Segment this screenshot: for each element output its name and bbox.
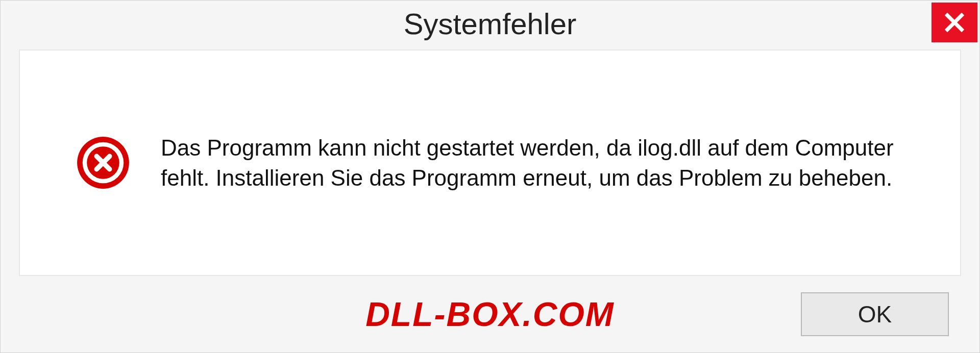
close-button[interactable]	[932, 3, 977, 42]
titlebar: Systemfehler	[1, 1, 979, 49]
error-message: Das Programm kann nicht gestartet werden…	[161, 133, 929, 193]
dialog-title: Systemfehler	[404, 7, 576, 41]
ok-button[interactable]: OK	[801, 292, 949, 336]
error-dialog: Systemfehler Das Programm kann nicht ges…	[0, 0, 980, 353]
footer: DLL-BOX.COM OK	[1, 276, 979, 352]
ok-button-label: OK	[858, 300, 892, 328]
error-icon	[76, 136, 130, 190]
close-icon	[944, 12, 965, 33]
watermark-text: DLL-BOX.COM	[365, 295, 615, 334]
content-area: Das Programm kann nicht gestartet werden…	[19, 49, 961, 276]
